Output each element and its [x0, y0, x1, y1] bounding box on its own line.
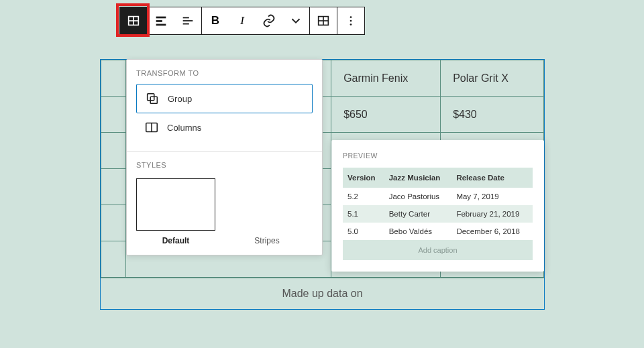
table-cell[interactable]: [101, 97, 126, 133]
preview-caption: Add caption: [343, 240, 533, 260]
transform-option-label: Group: [168, 94, 192, 104]
block-toolbar: B I: [119, 7, 365, 35]
table-cell[interactable]: [101, 169, 126, 205]
styles-section: STYLES Default Stripes: [127, 152, 322, 255]
preview-cell: 5.1: [343, 205, 384, 223]
toolbar-group-format: B I: [202, 7, 310, 34]
preview-header: Jazz Musician: [384, 168, 452, 188]
svg-point-12: [350, 16, 352, 18]
table-columns-icon: [316, 13, 331, 28]
bold-button[interactable]: B: [202, 7, 229, 34]
preview-cell: February 21, 2019: [451, 205, 533, 223]
justify-icon: [180, 13, 195, 28]
more-options-button[interactable]: [337, 7, 364, 34]
table-cell[interactable]: Polar Grit X: [441, 60, 544, 97]
italic-button[interactable]: I: [229, 7, 256, 34]
preview-cell: Jaco Pastorius: [384, 188, 452, 205]
preview-cell: 5.2: [343, 188, 384, 205]
preview-cell: 5.0: [343, 223, 384, 240]
preview-header: Release Date: [451, 168, 533, 188]
edit-table-button[interactable]: [310, 7, 337, 34]
svg-point-14: [350, 23, 352, 25]
preview-table: Version Jazz Musician Release Date 5.2 J…: [343, 168, 533, 240]
table-cell[interactable]: $650: [331, 97, 441, 133]
preview-popover: PREVIEW Version Jazz Musician Release Da…: [331, 140, 544, 272]
align-button[interactable]: [148, 7, 174, 34]
preview-row: 5.2 Jaco Pastorius May 7, 2019: [343, 188, 533, 205]
transform-section: TRANSFORM TO Group Columns: [127, 60, 322, 152]
style-option-default[interactable]: Default: [136, 178, 215, 245]
style-label: Stripes: [254, 236, 279, 245]
table-cell[interactable]: [101, 60, 126, 97]
styles-row: Default Stripes: [136, 176, 313, 245]
table-cell[interactable]: Garmin Fenix: [331, 60, 441, 97]
svg-rect-5: [156, 24, 166, 26]
table-cell[interactable]: $430: [441, 97, 544, 133]
transform-heading: TRANSFORM TO: [136, 69, 313, 77]
toolbar-group-block: [120, 7, 148, 34]
link-icon: [262, 13, 276, 28]
preview-header-row: Version Jazz Musician Release Date: [343, 168, 533, 188]
chevron-down-icon: [288, 13, 303, 28]
more-vertical-icon: [343, 13, 358, 28]
transform-option-label: Columns: [167, 123, 201, 133]
svg-rect-4: [156, 20, 162, 22]
more-format-button[interactable]: [282, 7, 309, 34]
align-icon: [154, 13, 168, 28]
toolbar-group-table: [310, 7, 337, 34]
columns-icon: [144, 120, 159, 135]
style-label: Default: [162, 236, 190, 245]
preview-row: 5.1 Betty Carter February 21, 2019: [343, 205, 533, 223]
svg-point-13: [350, 20, 352, 22]
preview-cell: Bebo Valdés: [384, 223, 452, 240]
table-cell[interactable]: [101, 241, 126, 278]
table-caption[interactable]: Made up data on: [101, 278, 544, 309]
justify-button[interactable]: [174, 7, 201, 34]
transform-option-group[interactable]: Group: [136, 84, 313, 113]
table-block-icon: [126, 13, 141, 28]
preview-cell: Betty Carter: [384, 205, 452, 223]
style-preview-box: [136, 178, 215, 231]
svg-rect-3: [156, 17, 166, 19]
preview-header: Version: [343, 168, 384, 188]
preview-row: 5.0 Bebo Valdés December 6, 2018: [343, 223, 533, 240]
preview-cell: December 6, 2018: [451, 223, 533, 240]
group-icon: [145, 91, 160, 106]
link-button[interactable]: [256, 7, 282, 34]
italic-icon: I: [240, 14, 244, 27]
transform-popover: TRANSFORM TO Group Columns STYLES Defaul…: [126, 59, 323, 255]
block-type-button[interactable]: [120, 7, 147, 34]
preview-heading: PREVIEW: [343, 152, 533, 160]
table-cell[interactable]: [101, 205, 126, 241]
preview-cell: May 7, 2019: [451, 188, 533, 205]
bold-icon: B: [211, 14, 219, 27]
table-cell[interactable]: [101, 133, 126, 169]
toolbar-group-align: [148, 7, 202, 34]
toolbar-group-more: [337, 7, 364, 34]
styles-heading: STYLES: [136, 161, 313, 169]
style-option-stripes[interactable]: Stripes: [227, 178, 307, 245]
transform-option-columns[interactable]: Columns: [136, 113, 313, 141]
